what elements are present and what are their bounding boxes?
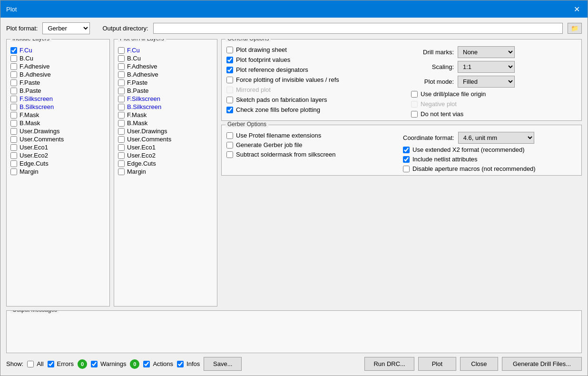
filter-infos-checkbox[interactable] — [177, 361, 184, 367]
layer-checkbox[interactable] — [118, 96, 125, 102]
gen-right-check-negative_plot[interactable]: Negative plot — [411, 100, 577, 108]
gen-check-force_plotting[interactable]: Force plotting of invisible values / ref… — [226, 76, 402, 83]
folder-icon[interactable]: 📁 — [568, 23, 582, 34]
layer-item[interactable]: Margin — [10, 168, 106, 176]
layer-item[interactable]: User.Comments — [10, 135, 106, 143]
filter-errors[interactable]: Errors — [48, 360, 74, 367]
layer-item[interactable]: F.Mask — [117, 111, 213, 119]
layer-checkbox[interactable] — [118, 144, 125, 151]
layer-item[interactable]: User.Eco2 — [10, 151, 106, 159]
gen-field-select-drill_marks[interactable]: None — [458, 46, 515, 58]
filter-all[interactable]: All — [27, 360, 43, 367]
layer-item[interactable]: F.Silkscreen — [10, 95, 106, 103]
filter-warnings-checkbox[interactable] — [91, 361, 98, 367]
layer-checkbox[interactable] — [118, 160, 125, 167]
filter-all-checkbox[interactable] — [27, 361, 34, 367]
layer-checkbox[interactable] — [10, 104, 17, 110]
layer-checkbox[interactable] — [118, 136, 125, 143]
go-check-subtract_soldermask[interactable]: Subtract soldermask from silkscreen — [226, 151, 400, 158]
go-right-check-use_extended_x2[interactable]: Use extended X2 format (recommended) — [403, 146, 577, 153]
gen-checkbox-plot_footprint_values[interactable] — [226, 57, 233, 63]
layer-checkbox[interactable] — [10, 120, 17, 127]
layer-checkbox[interactable] — [118, 168, 125, 175]
layer-checkbox[interactable] — [10, 71, 17, 78]
layer-item[interactable]: B.Adhesive — [117, 70, 213, 79]
gen-check-plot_footprint_values[interactable]: Plot footprint values — [226, 56, 402, 63]
layer-item[interactable]: F.Adhesive — [10, 62, 106, 70]
output-dir-input[interactable] — [153, 23, 563, 34]
plot-button[interactable]: Plot — [418, 357, 456, 371]
gen-right-checkbox-do_not_tent_vias[interactable] — [411, 111, 418, 118]
layer-item[interactable]: User.Drawings — [10, 127, 106, 135]
filter-actions[interactable]: Actions — [143, 360, 173, 367]
save-button[interactable]: Save... — [204, 357, 242, 371]
go-right-checkbox-disable_aperture[interactable] — [403, 166, 410, 172]
layer-checkbox[interactable] — [118, 128, 125, 135]
layer-item[interactable]: User.Comments — [117, 135, 213, 143]
filter-actions-checkbox[interactable] — [143, 361, 150, 367]
gen-checkbox-force_plotting[interactable] — [226, 77, 233, 83]
layer-item[interactable]: User.Eco2 — [117, 151, 213, 159]
go-right-check-include_netlist[interactable]: Include netlist attributes — [403, 156, 577, 163]
gen-right-check-do_not_tent_vias[interactable]: Do not tent vias — [411, 110, 577, 118]
layer-checkbox[interactable] — [10, 96, 17, 102]
filter-errors-checkbox[interactable] — [48, 361, 54, 367]
layer-item[interactable]: B.Silkscreen — [117, 103, 213, 111]
layer-checkbox[interactable] — [10, 79, 17, 86]
layer-checkbox[interactable] — [10, 152, 17, 159]
layer-checkbox[interactable] — [118, 79, 125, 86]
layer-item[interactable]: B.Paste — [117, 87, 213, 95]
layer-item[interactable]: B.Mask — [10, 119, 106, 127]
gen-checkbox-plot_drawing_sheet[interactable] — [226, 47, 233, 53]
gen-check-check_zone_fills[interactable]: Check zone fills before plotting — [226, 106, 402, 113]
layer-item[interactable]: F.Cu — [10, 46, 106, 54]
layer-checkbox[interactable] — [118, 88, 125, 94]
layer-item[interactable]: B.Paste — [10, 87, 106, 95]
gen-check-plot_reference_designators[interactable]: Plot reference designators — [226, 66, 402, 73]
gen-check-plot_drawing_sheet[interactable]: Plot drawing sheet — [226, 46, 402, 53]
layer-checkbox[interactable] — [118, 55, 125, 62]
go-right-checkbox-include_netlist[interactable] — [403, 156, 410, 163]
go-check-use_protel[interactable]: Use Protel filename extensions — [226, 132, 400, 139]
layer-item[interactable]: Edge.Cuts — [10, 159, 106, 168]
run-drc-button[interactable]: Run DRC... — [364, 357, 414, 371]
gen-right-checkbox-negative_plot[interactable] — [411, 101, 418, 108]
layer-checkbox[interactable] — [10, 112, 17, 119]
gen-checkbox-mirrored_plot[interactable] — [226, 87, 233, 93]
layer-checkbox[interactable] — [118, 104, 125, 110]
layer-checkbox[interactable] — [10, 168, 17, 175]
layer-item[interactable]: F.Paste — [117, 79, 213, 87]
layer-item[interactable]: User.Eco1 — [10, 143, 106, 151]
layer-item[interactable]: B.Cu — [10, 54, 106, 62]
layer-checkbox[interactable] — [10, 55, 17, 62]
layer-checkbox[interactable] — [118, 47, 125, 54]
go-checkbox-use_protel[interactable] — [226, 132, 233, 139]
gen-checkbox-sketch_pads[interactable] — [226, 97, 233, 103]
layer-item[interactable]: F.Mask — [10, 111, 106, 119]
gen-check-sketch_pads[interactable]: Sketch pads on fabrication layers — [226, 96, 402, 103]
plot-all-layers-list[interactable]: F.CuB.CuF.AdhesiveB.AdhesiveF.PasteB.Pas… — [117, 46, 214, 303]
layer-item[interactable]: User.Eco1 — [117, 143, 213, 151]
layer-checkbox[interactable] — [10, 88, 17, 94]
layer-item[interactable]: User.Drawings — [117, 127, 213, 135]
layer-item[interactable]: F.Paste — [10, 79, 106, 87]
layer-checkbox[interactable] — [118, 112, 125, 119]
filter-warnings[interactable]: Warnings — [91, 360, 126, 367]
layer-item[interactable]: B.Mask — [117, 119, 213, 127]
layer-checkbox[interactable] — [10, 160, 17, 167]
plot-format-select[interactable]: Gerber — [42, 22, 90, 34]
go-right-checkbox-use_extended_x2[interactable] — [403, 147, 410, 153]
filter-infos[interactable]: Infos — [177, 360, 200, 367]
gen-field-select-plot_mode[interactable]: Filled — [458, 76, 515, 88]
generate-drill-button[interactable]: Generate Drill Files... — [502, 357, 582, 371]
go-check-generate_gerber_job[interactable]: Generate Gerber job file — [226, 141, 400, 148]
include-layers-list[interactable]: F.CuB.CuF.AdhesiveB.AdhesiveF.PasteB.Pas… — [10, 46, 107, 303]
go-checkbox-subtract_soldermask[interactable] — [226, 151, 233, 158]
layer-item[interactable]: Margin — [117, 168, 213, 176]
layer-item[interactable]: B.Silkscreen — [10, 103, 106, 111]
gen-field-select-scaling[interactable]: 1:1 — [458, 61, 515, 73]
layer-checkbox[interactable] — [118, 71, 125, 78]
layer-checkbox[interactable] — [10, 144, 17, 151]
gen-checkbox-check_zone_fills[interactable] — [226, 107, 233, 113]
layer-checkbox[interactable] — [118, 120, 125, 127]
